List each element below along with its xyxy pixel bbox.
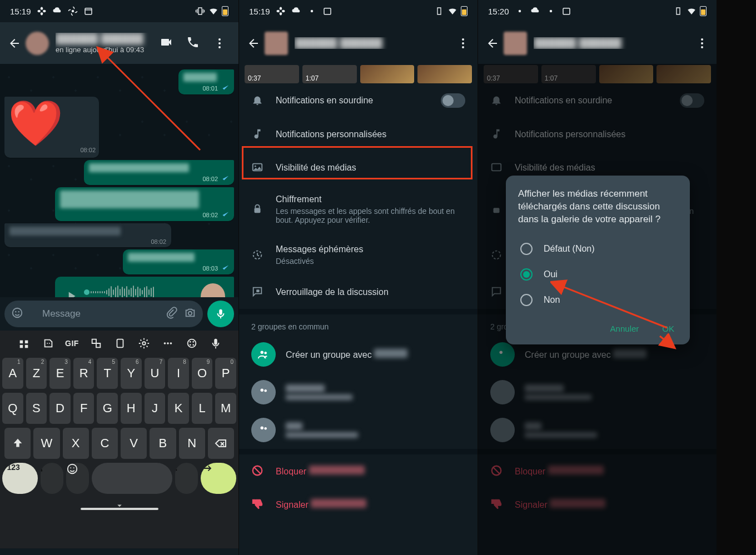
more-button[interactable]: [695, 37, 709, 50]
key-h[interactable]: H: [121, 393, 142, 424]
attach-icon[interactable]: [165, 307, 177, 322]
key-a[interactable]: 1A: [2, 358, 23, 389]
chat-messages[interactable]: 08:01 ❤️ 08:02 08:02 08:02 08:02 08:03 0…: [0, 64, 238, 297]
more-button[interactable]: [456, 37, 470, 50]
svg-point-14: [48, 343, 49, 344]
radio-yes[interactable]: Oui: [518, 262, 678, 287]
battery-icon: [222, 6, 228, 16]
key-z[interactable]: 2Z: [26, 358, 47, 389]
row-create-group[interactable]: Créer un groupe avec: [239, 336, 478, 373]
camera-icon[interactable]: [184, 307, 196, 322]
key-symbols[interactable]: ?123: [2, 463, 38, 494]
msg-time: 08:02: [202, 212, 218, 218]
key-w[interactable]: W: [33, 428, 59, 459]
key-p[interactable]: 0P: [215, 358, 236, 389]
key-r[interactable]: 4R: [73, 358, 94, 389]
kb-theme-icon[interactable]: [181, 334, 202, 353]
svg-point-47: [518, 10, 521, 13]
kb-translate-icon[interactable]: [86, 334, 107, 353]
kb-settings-icon[interactable]: [133, 334, 155, 353]
key-n[interactable]: N: [179, 428, 205, 459]
voice-message[interactable]: 0:0708:05: [59, 280, 230, 297]
message-input[interactable]: Message: [4, 301, 203, 327]
screenshot-2-contact-info: 15:19 ██████ ██████ 0:37 1:07 Notificati…: [239, 0, 478, 555]
key-k[interactable]: K: [168, 393, 189, 424]
back-button[interactable]: [484, 34, 501, 52]
contact-avatar[interactable]: [26, 32, 49, 55]
key-x[interactable]: X: [63, 428, 89, 459]
row-custom-notifications[interactable]: Notifications personnalisées: [239, 118, 478, 151]
more-button[interactable]: [213, 37, 226, 50]
contact-title-block[interactable]: ██████ ██████ en ligne aujourd'hui à 09:…: [56, 33, 160, 54]
mic-button[interactable]: [207, 301, 234, 327]
battery-icon: [700, 6, 707, 16]
back-button[interactable]: [245, 34, 262, 52]
media-thumbnails[interactable]: 0:37 1:07: [239, 64, 478, 83]
android-nav-bar[interactable]: [2, 498, 236, 513]
row-media-visibility[interactable]: Visibilité des médias: [239, 151, 478, 184]
contact-name: ██████ ██████: [56, 33, 160, 44]
key-s[interactable]: S: [26, 393, 47, 424]
key-y[interactable]: 6Y: [121, 358, 142, 389]
kb-more-icon[interactable]: [157, 334, 178, 353]
contact-info-content[interactable]: 0:37 1:07 Notifications en sourdine Noti…: [239, 64, 478, 555]
key-period[interactable]: .: [175, 463, 198, 494]
back-button[interactable]: [6, 34, 23, 52]
key-shift[interactable]: [4, 428, 31, 459]
android-status-bar: 15:19: [0, 0, 238, 22]
key-t[interactable]: 5T: [97, 358, 118, 389]
contact-avatar[interactable]: [265, 32, 288, 55]
clock: 15:19: [249, 7, 270, 16]
key-c[interactable]: C: [92, 428, 118, 459]
row-ephemeral-messages[interactable]: Messages éphémèresDésactivés: [239, 234, 478, 276]
row-mute-notifications[interactable]: Notifications en sourdine: [239, 83, 478, 118]
row-chat-lock[interactable]: Verrouillage de la discussion: [239, 276, 478, 309]
key-g[interactable]: G: [97, 393, 118, 424]
key-d[interactable]: D: [49, 393, 71, 424]
emoji-icon[interactable]: [11, 307, 23, 322]
key-u[interactable]: 7U: [145, 358, 166, 389]
row-report[interactable]: Signaler: [239, 488, 478, 521]
waveform[interactable]: [84, 284, 178, 297]
voice-call-button[interactable]: [186, 36, 200, 51]
key-v[interactable]: V: [121, 428, 147, 459]
radio-default[interactable]: Défaut (Non): [518, 236, 678, 262]
dialog-cancel-button[interactable]: Annuler: [607, 321, 643, 337]
key-o[interactable]: 9O: [192, 358, 213, 389]
dialog-ok-button[interactable]: OK: [659, 321, 678, 337]
key-enter[interactable]: [201, 463, 236, 494]
key-f[interactable]: F: [73, 393, 94, 424]
video-call-button[interactable]: [160, 36, 173, 51]
kb-sticker-icon[interactable]: [38, 334, 59, 353]
svg-point-45: [264, 427, 267, 430]
group-row[interactable]: [239, 373, 478, 411]
group-row[interactable]: [239, 411, 478, 449]
play-icon[interactable]: [64, 289, 78, 298]
radio-no[interactable]: Non: [518, 287, 678, 313]
fan-icon: [37, 6, 47, 16]
clock: 15:20: [488, 7, 509, 16]
weather-icon: [52, 6, 62, 16]
keyboard[interactable]: GIF 1A2Z3E4R5T6Y7U8I9O0P QSDFGHJKLM WXCV…: [0, 331, 238, 548]
kb-clipboard-icon[interactable]: [110, 334, 131, 353]
key-backspace[interactable]: [208, 428, 234, 459]
key-j[interactable]: J: [145, 393, 166, 424]
key-i[interactable]: 8I: [168, 358, 189, 389]
kb-menu-icon[interactable]: [13, 334, 35, 354]
kb-gif-icon[interactable]: GIF: [62, 334, 83, 353]
contact-avatar[interactable]: [504, 32, 527, 55]
key-l[interactable]: L: [192, 393, 213, 424]
nav-handle[interactable]: [81, 508, 158, 510]
key-e[interactable]: 3E: [49, 358, 71, 389]
row-encryption[interactable]: ChiffrementLes messages et les appels so…: [239, 184, 478, 234]
mute-switch[interactable]: [441, 93, 465, 108]
row-block[interactable]: Bloquer: [239, 454, 478, 488]
kb-mic-icon[interactable]: [205, 334, 226, 353]
key-q[interactable]: Q: [2, 393, 23, 424]
key-space[interactable]: [92, 463, 173, 494]
voice-avatar: [201, 283, 225, 297]
key-b[interactable]: B: [150, 428, 176, 459]
key-emoji[interactable]: [66, 463, 89, 494]
key-comma[interactable]: ,: [41, 463, 63, 494]
key-m[interactable]: M: [215, 393, 236, 424]
